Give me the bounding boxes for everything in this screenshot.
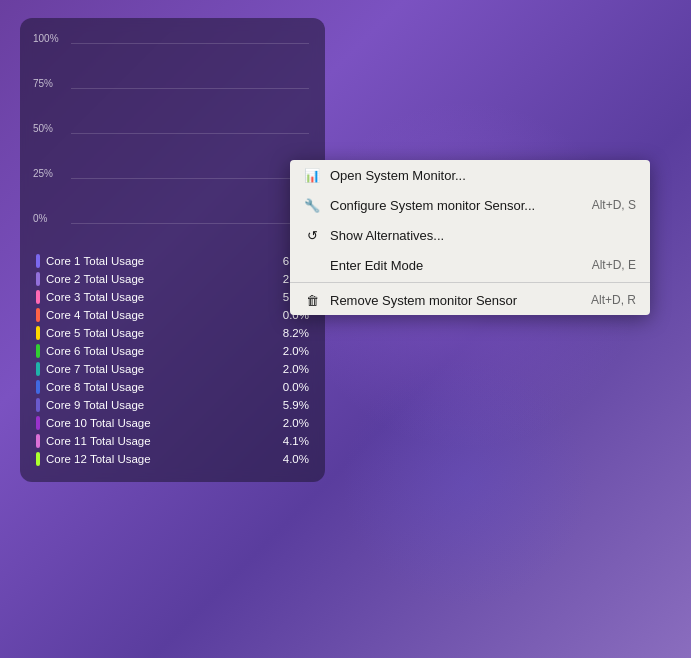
menu-item-left: ↺Show Alternatives... xyxy=(304,227,444,243)
menu-item-left: 📊Open System Monitor... xyxy=(304,167,466,183)
menu-item-configure-sensor[interactable]: 🔧Configure System monitor Sensor...Alt+D… xyxy=(290,190,650,220)
legend-label: Core 2 Total Usage xyxy=(46,273,277,285)
legend-value: 0.0% xyxy=(283,381,309,393)
grid-label-0: 0% xyxy=(33,213,47,224)
chart-area: 100% 75% 50% 25% 0% xyxy=(36,44,309,244)
legend-dot xyxy=(36,398,40,412)
legend-label: Core 3 Total Usage xyxy=(46,291,277,303)
menu-item-left: 🔧Configure System monitor Sensor... xyxy=(304,197,535,213)
menu-item-label: Remove System monitor Sensor xyxy=(330,293,517,308)
legend-row: Core 11 Total Usage4.1% xyxy=(36,432,309,450)
menu-separator xyxy=(290,282,650,283)
menu-item-label: Configure System monitor Sensor... xyxy=(330,198,535,213)
legend-value: 2.0% xyxy=(283,417,309,429)
legend-dot xyxy=(36,326,40,340)
menu-item-show-alternatives[interactable]: ↺Show Alternatives... xyxy=(290,220,650,250)
legend-label: Core 9 Total Usage xyxy=(46,399,277,411)
menu-item-enter-edit-mode[interactable]: Enter Edit ModeAlt+D, E xyxy=(290,250,650,280)
legend-row: Core 1 Total Usage6.1% xyxy=(36,252,309,270)
legend-dot xyxy=(36,254,40,268)
legend-row: Core 2 Total Usage2.0% xyxy=(36,270,309,288)
context-menu: 📊Open System Monitor...🔧Configure System… xyxy=(290,160,650,315)
legend-dot xyxy=(36,380,40,394)
menu-item-shortcut: Alt+D, E xyxy=(592,258,636,272)
legend-dot xyxy=(36,434,40,448)
legend-row: Core 9 Total Usage5.9% xyxy=(36,396,309,414)
legend-value: 2.0% xyxy=(283,345,309,357)
grid-label-50: 50% xyxy=(33,123,53,134)
legend-row: Core 12 Total Usage4.0% xyxy=(36,450,309,468)
grid-label-25: 25% xyxy=(33,168,53,179)
menu-item-label: Enter Edit Mode xyxy=(330,258,423,273)
legend-label: Core 5 Total Usage xyxy=(46,327,277,339)
configure-sensor-icon: 🔧 xyxy=(304,197,320,213)
grid-label-100: 100% xyxy=(33,33,59,44)
enter-edit-mode-icon xyxy=(304,257,320,273)
legend-dot xyxy=(36,308,40,322)
bars-container xyxy=(71,44,309,224)
legend-row: Core 4 Total Usage0.0% xyxy=(36,306,309,324)
legend-row: Core 8 Total Usage0.0% xyxy=(36,378,309,396)
legend-label: Core 7 Total Usage xyxy=(46,363,277,375)
grid-label-75: 75% xyxy=(33,78,53,89)
legend-value: 5.9% xyxy=(283,399,309,411)
menu-item-open-system-monitor[interactable]: 📊Open System Monitor... xyxy=(290,160,650,190)
legend-value: 2.0% xyxy=(283,363,309,375)
menu-item-left: 🗑Remove System monitor Sensor xyxy=(304,292,517,308)
legend-dot xyxy=(36,290,40,304)
legend-row: Core 5 Total Usage8.2% xyxy=(36,324,309,342)
menu-item-label: Open System Monitor... xyxy=(330,168,466,183)
legend-label: Core 8 Total Usage xyxy=(46,381,277,393)
legend-label: Core 11 Total Usage xyxy=(46,435,277,447)
legend-row: Core 6 Total Usage2.0% xyxy=(36,342,309,360)
legend-label: Core 1 Total Usage xyxy=(46,255,277,267)
menu-item-label: Show Alternatives... xyxy=(330,228,444,243)
show-alternatives-icon: ↺ xyxy=(304,227,320,243)
menu-item-left: Enter Edit Mode xyxy=(304,257,423,273)
menu-item-remove-sensor[interactable]: 🗑Remove System monitor SensorAlt+D, R xyxy=(290,285,650,315)
legend-label: Core 4 Total Usage xyxy=(46,309,277,321)
legend-dot xyxy=(36,416,40,430)
legend-list: Core 1 Total Usage6.1%Core 2 Total Usage… xyxy=(36,252,309,468)
legend-label: Core 6 Total Usage xyxy=(46,345,277,357)
widget-container: 100% 75% 50% 25% 0% Core 1 Total Usage6.… xyxy=(20,18,325,482)
legend-dot xyxy=(36,452,40,466)
legend-dot xyxy=(36,272,40,286)
legend-dot xyxy=(36,362,40,376)
legend-row: Core 10 Total Usage2.0% xyxy=(36,414,309,432)
legend-label: Core 10 Total Usage xyxy=(46,417,277,429)
menu-item-shortcut: Alt+D, R xyxy=(591,293,636,307)
menu-item-shortcut: Alt+D, S xyxy=(592,198,636,212)
legend-dot xyxy=(36,344,40,358)
legend-value: 8.2% xyxy=(283,327,309,339)
remove-sensor-icon: 🗑 xyxy=(304,292,320,308)
legend-row: Core 7 Total Usage2.0% xyxy=(36,360,309,378)
legend-value: 4.0% xyxy=(283,453,309,465)
open-system-monitor-icon: 📊 xyxy=(304,167,320,183)
legend-label: Core 12 Total Usage xyxy=(46,453,277,465)
legend-row: Core 3 Total Usage5.9% xyxy=(36,288,309,306)
legend-value: 4.1% xyxy=(283,435,309,447)
